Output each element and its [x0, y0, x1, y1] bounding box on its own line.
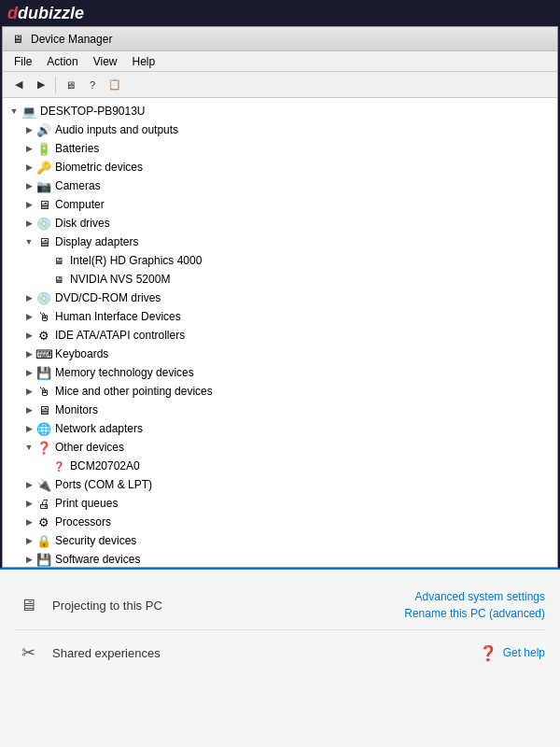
update-button[interactable]: 📋: [105, 75, 125, 95]
tree-item-processors[interactable]: ▶ ⚙ Processors: [3, 513, 557, 531]
projecting-row: 🖥 Projecting to this PC Advanced system …: [15, 581, 545, 630]
projecting-label: Projecting to this PC: [52, 599, 404, 613]
tree-root[interactable]: ▼ 💻 DESKTOP-PB9013U: [3, 102, 557, 120]
tree-item-nvidia[interactable]: 🖥 NVIDIA NVS 5200M: [3, 270, 557, 289]
tree-item-other-devices[interactable]: ▼ ❓ Other devices: [3, 438, 557, 457]
tree-item-hid[interactable]: ▶ 🖱 Human Interface Devices: [3, 307, 557, 326]
tree-item-biometric[interactable]: ▶ 🔑 Biometric devices: [3, 158, 557, 176]
get-help-area: ❓ Get help: [479, 644, 545, 662]
help-circle-icon: ❓: [479, 644, 497, 662]
root-icon: 💻: [21, 104, 36, 119]
tree-item-monitors[interactable]: ▶ 🖥 Monitors: [3, 401, 557, 419]
forward-button[interactable]: ▶: [31, 75, 51, 95]
menu-view[interactable]: View: [86, 53, 125, 70]
tree-item-display-adapters[interactable]: ▼ 🖥 Display adapters: [3, 233, 557, 251]
tree-item-memory[interactable]: ▶ 💾 Memory technology devices: [3, 363, 557, 382]
tree-item-keyboards[interactable]: ▶ ⌨ Keyboards: [3, 345, 557, 363]
advanced-system-settings-link[interactable]: Advanced system settings: [415, 590, 545, 603]
menu-bar: File Action View Help: [3, 51, 557, 72]
tree-item-bcm[interactable]: ❓ BCM20702A0: [3, 457, 557, 475]
rename-pc-link[interactable]: Rename this PC (advanced): [404, 607, 545, 620]
projecting-icon: 🖥: [15, 592, 41, 618]
menu-help[interactable]: Help: [125, 53, 163, 70]
tree-item-print[interactable]: ▶ 🖨 Print queues: [3, 494, 557, 513]
bottom-content: 🖥 Projecting to this PC Advanced system …: [0, 570, 560, 747]
toolbar-separator-1: [55, 77, 56, 93]
dubizzle-logo-accent: d: [7, 4, 18, 22]
window-icon: 🖥: [10, 32, 25, 47]
dubizzle-logo: ddubizzle: [7, 4, 84, 23]
tree-item-cameras[interactable]: ▶ 📷 Cameras: [3, 176, 557, 195]
device-manager-window: 🖥 Device Manager File Action View Help ◀…: [2, 26, 558, 568]
tree-item-software[interactable]: ▶ 💾 Software devices: [3, 550, 557, 567]
tree-item-network[interactable]: ▶ 🌐 Network adapters: [3, 419, 557, 438]
back-button[interactable]: ◀: [8, 75, 29, 95]
shared-experiences-row: ✂ Shared experiences ❓ Get help: [15, 630, 545, 675]
root-label: DESKTOP-PB9013U: [40, 105, 146, 118]
tree-item-disk[interactable]: ▶ 💿 Disk drives: [3, 214, 557, 233]
tree-item-computer[interactable]: ▶ 🖥 Computer: [3, 195, 557, 214]
tree-item-dvd[interactable]: ▶ 💿 DVD/CD-ROM drives: [3, 289, 557, 307]
bottom-panel: 🖥 Projecting to this PC Advanced system …: [0, 568, 560, 747]
device-tree[interactable]: ▼ 💻 DESKTOP-PB9013U ▶ 🔊 Audio inputs and…: [3, 98, 557, 567]
get-help-link[interactable]: Get help: [503, 646, 545, 659]
shared-experiences-label: Shared experiences: [52, 646, 479, 660]
menu-file[interactable]: File: [7, 53, 39, 70]
menu-action[interactable]: Action: [39, 53, 85, 70]
tree-item-ports[interactable]: ▶ 🔌 Ports (COM & LPT): [3, 475, 557, 494]
tree-item-batteries[interactable]: ▶ 🔋 Batteries: [3, 139, 557, 158]
tree-item-mice[interactable]: ▶ 🖱 Mice and other pointing devices: [3, 382, 557, 401]
properties-button[interactable]: 🖥: [60, 75, 80, 95]
help-button[interactable]: ?: [82, 75, 103, 95]
toolbar: ◀ ▶ 🖥 ? 📋: [3, 72, 557, 98]
title-bar: 🖥 Device Manager: [3, 27, 557, 51]
root-expander[interactable]: ▼: [7, 104, 21, 119]
tree-item-ide[interactable]: ▶ ⚙ IDE ATA/ATAPI controllers: [3, 326, 557, 345]
dubizzle-bar: ddubizzle: [0, 0, 560, 26]
shared-experiences-icon: ✂: [15, 640, 41, 666]
tree-item-intel-hd[interactable]: 🖥 Intel(R) HD Graphics 4000: [3, 251, 557, 270]
tree-item-audio[interactable]: ▶ 🔊 Audio inputs and outputs: [3, 120, 557, 139]
tree-item-security[interactable]: ▶ 🔒 Security devices: [3, 531, 557, 550]
window-title: Device Manager: [31, 33, 112, 46]
right-links-group: Advanced system settings Rename this PC …: [404, 590, 545, 620]
